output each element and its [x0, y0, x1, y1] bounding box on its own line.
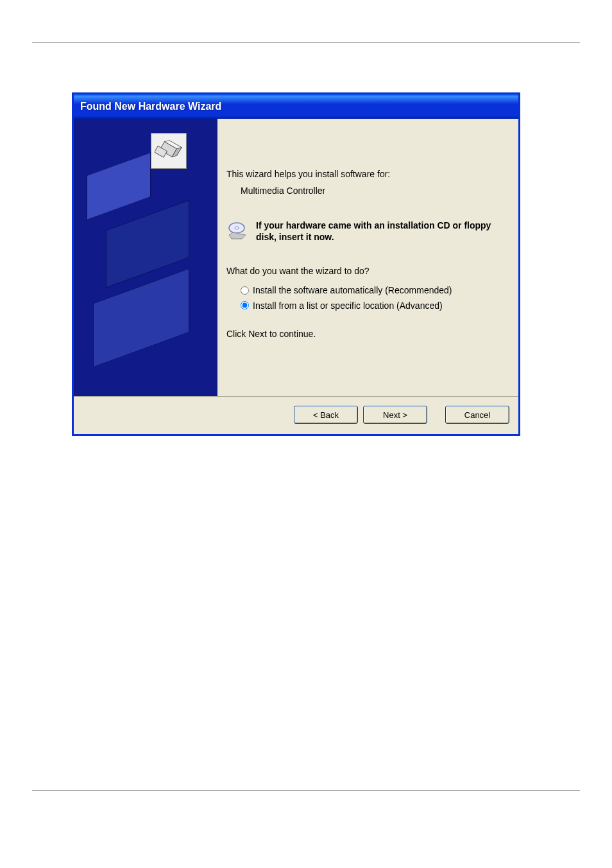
cd-hint-row: If your hardware came with an installati…	[226, 220, 508, 243]
page-divider-bottom	[32, 790, 580, 791]
page-divider-top	[32, 42, 580, 43]
hardware-wizard-dialog: Found New Hardware Wizard This wizard he…	[72, 93, 520, 435]
option-auto-label: Install the software automatically (Reco…	[253, 284, 452, 297]
hardware-chip-icon	[151, 133, 187, 169]
cancel-button[interactable]: Cancel	[445, 406, 509, 424]
option-list-label: Install from a list or specific location…	[253, 299, 443, 312]
install-options-group: Install the software automatically (Reco…	[226, 284, 508, 312]
device-name-text: Multimedia Controller	[226, 184, 508, 197]
dialog-body: This wizard helps you install software f…	[74, 119, 518, 396]
radio-list-install[interactable]	[241, 301, 249, 309]
dialog-content: This wizard helps you install software f…	[217, 119, 518, 396]
back-button[interactable]: < Back	[294, 406, 358, 424]
option-list-install[interactable]: Install from a list or specific location…	[241, 299, 508, 312]
wizard-sidebar-image	[74, 119, 217, 396]
continue-text: Click Next to continue.	[226, 327, 508, 340]
dialog-title: Found New Hardware Wizard	[80, 101, 221, 112]
intro-text: This wizard helps you install software f…	[226, 168, 508, 180]
svg-point-5	[235, 227, 239, 229]
cd-hint-text: If your hardware came with an installati…	[256, 220, 508, 243]
option-auto-install[interactable]: Install the software automatically (Reco…	[241, 284, 508, 297]
cd-icon	[226, 220, 250, 243]
radio-auto-install[interactable]	[241, 286, 249, 295]
next-button[interactable]: Next >	[363, 406, 427, 424]
dialog-footer: < Back Next > Cancel	[74, 396, 518, 434]
dialog-titlebar[interactable]: Found New Hardware Wizard	[74, 94, 518, 119]
button-gap	[432, 406, 440, 424]
prompt-text: What do you want the wizard to do?	[226, 265, 508, 277]
